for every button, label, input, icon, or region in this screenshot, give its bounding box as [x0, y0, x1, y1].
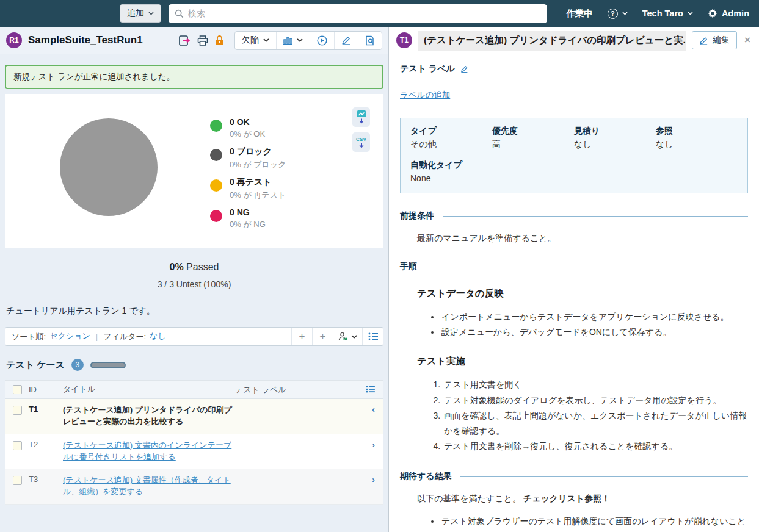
expected-heading: 期待する結果: [400, 471, 452, 482]
expected-list: テスト対象ブラウザーのテスト用解像度にて画面のレイアウトが崩れないこと 言語設定…: [440, 514, 748, 532]
ng-color-dot: [210, 210, 222, 222]
sort-value-link[interactable]: セクション: [49, 331, 90, 342]
success-alert-text: 新規テスト ランが正常に追加されました。: [13, 72, 175, 81]
list-item: テスト対象機能のダイアログを表示し、テストデータ用の設定を行う。: [443, 393, 748, 408]
case-title[interactable]: (テストケース追加) プリンタドライバの印刷プレビューと実際の出力を比較する: [63, 404, 235, 428]
filter-value-link[interactable]: なし: [150, 331, 166, 342]
case-detail-title: (テストケース追加) プリンタドライバの印刷プレビューと実...: [418, 31, 686, 51]
download-csv-button[interactable]: CSV: [352, 132, 370, 152]
legend-item-ng: 0 NG 0% が NG: [210, 207, 286, 230]
search-input[interactable]: [188, 9, 541, 18]
column-title: タイトル: [63, 384, 235, 395]
row-checkbox[interactable]: [13, 441, 22, 450]
attr-priority: 優先度 高: [492, 126, 574, 150]
edit-case-button[interactable]: 編集: [692, 31, 737, 49]
user-menu[interactable]: Tech Taro: [642, 9, 693, 18]
expected-section-header: 期待する結果: [400, 471, 748, 482]
list-item: 設定メニューから、デバッグモードをONにして保存する。: [440, 325, 748, 340]
run-header: R1 SampleSuite_TestRun1 欠陥: [0, 27, 388, 54]
csv-label: CSV: [356, 137, 366, 142]
legend-item-blocked: 0 ブロック 0% が ブロック: [210, 146, 286, 170]
row-checkbox[interactable]: [13, 406, 22, 415]
print-button[interactable]: [197, 35, 208, 46]
case-detail-header: T1 (テストケース追加) プリンタドライバの印刷プレビューと実... 編集 ×: [389, 27, 759, 54]
run-toolbar: 欠陥: [234, 31, 382, 50]
run-tests-button[interactable]: [310, 32, 334, 49]
table-row[interactable]: T3 (テストケース追加) 文書属性（作成者、タイトル、組織）を変更する ›: [5, 469, 383, 505]
collapse-chevron[interactable]: ‹: [365, 404, 383, 414]
preconditions-heading: 前提条件: [400, 210, 434, 221]
lock-button[interactable]: [215, 35, 224, 46]
chart-legend: 0 OK 0% が OK 0 ブロック 0% が ブロック 0 再テスト 0: [210, 117, 286, 248]
attr-type: タイプ その他: [410, 126, 492, 150]
list-item: テスト用文書を開く: [443, 377, 748, 392]
add-button-label: 追加: [127, 8, 144, 19]
download-chart-button[interactable]: [352, 107, 370, 127]
pencil-icon: [341, 35, 351, 45]
test-run-panel: R1 SampleSuite_TestRun1 欠陥: [0, 27, 389, 532]
ng-percent: 0% が NG: [230, 219, 266, 230]
expand-chevron[interactable]: ›: [365, 440, 383, 450]
legend-item-ok: 0 OK 0% が OK: [210, 117, 286, 140]
add-label-link[interactable]: ラベルの追加: [400, 90, 450, 101]
gear-icon: [708, 9, 717, 18]
steps-sub1-heading: テストデータの反映: [417, 287, 748, 300]
reports-dropdown[interactable]: [276, 32, 310, 49]
help-menu[interactable]: ?: [608, 9, 628, 19]
status-working[interactable]: 作業中: [566, 8, 593, 20]
chevron-down-icon: [263, 38, 269, 42]
table-columns-button[interactable]: [365, 385, 383, 395]
section-divider: [426, 267, 748, 267]
add-button[interactable]: 追加: [120, 4, 161, 23]
passed-summary: 0% Passed: [0, 262, 388, 273]
add-case-button[interactable]: +: [291, 328, 312, 345]
table-row[interactable]: T1 (テストケース追加) プリンタドライバの印刷プレビューと実際の出力を比較す…: [5, 399, 383, 434]
attr-references: 参照 なし: [656, 126, 738, 150]
columns-button[interactable]: [362, 328, 383, 345]
chevron-down-icon: [622, 12, 628, 15]
attr-estimate-label: 見積り: [574, 126, 656, 137]
columns-icon: [366, 386, 375, 393]
case-attributes-box: タイプ その他 優先度 高 見積り なし 参照 なし: [400, 118, 748, 193]
passed-percent: 0%: [170, 262, 184, 272]
case-title-link[interactable]: (テストケース追加) 文書内のインラインテーブルに番号付きリストを追加する: [63, 440, 235, 463]
edit-labels-icon[interactable]: [460, 65, 468, 73]
chart-image-icon: [357, 110, 366, 118]
add-section-button[interactable]: +: [312, 328, 333, 345]
expected-intro-text: 以下の基準を満たすこと。: [417, 494, 521, 503]
download-arrow-icon: [358, 143, 365, 148]
retest-percent: 0% が 再テスト: [230, 190, 286, 201]
test-labels-heading: テスト ラベル: [400, 63, 455, 74]
preconditions-section-header: 前提条件: [400, 210, 748, 221]
case-detail-body: テスト ラベル ラベルの追加 タイプ その他 優先度 高 見積り: [389, 54, 759, 532]
search-box[interactable]: [169, 4, 547, 23]
run-description: チュートリアル用テストラン 1 です。: [6, 306, 382, 317]
edit-run-button[interactable]: [334, 32, 358, 49]
row-checkbox[interactable]: [13, 476, 22, 485]
section-divider: [443, 216, 748, 217]
blocked-color-dot: [210, 149, 222, 161]
success-alert: 新規テスト ランが正常に追加されました。: [5, 65, 383, 89]
export-button[interactable]: [179, 35, 191, 46]
close-icon[interactable]: ×: [743, 34, 752, 46]
steps-sub2-heading: テスト実施: [417, 355, 748, 368]
case-title-link[interactable]: (テストケース追加) 文書属性（作成者、タイトル、組織）を変更する: [63, 475, 235, 498]
attr-automation: 自動化タイプ None: [410, 160, 738, 183]
assign-user-icon: [338, 332, 348, 341]
blocked-count: 0 ブロック: [230, 146, 286, 157]
chevron-down-icon: [148, 12, 154, 15]
printer-icon: [197, 35, 208, 46]
preview-button[interactable]: [358, 32, 382, 49]
defect-label: 欠陥: [242, 35, 259, 46]
select-all-checkbox[interactable]: [13, 385, 22, 394]
edit-case-label: 編集: [713, 35, 730, 46]
defect-dropdown[interactable]: 欠陥: [235, 32, 276, 49]
expand-chevron[interactable]: ›: [365, 475, 383, 484]
list-item: 画面を確認し、表記上問題がないか、エクスポートされたデータが正しい情報かを確認す…: [443, 408, 748, 439]
legend-item-retest: 0 再テスト 0% が 再テスト: [210, 177, 286, 201]
assign-dropdown[interactable]: [333, 328, 362, 345]
untest-summary: 3 / 3 Untest (100%): [0, 279, 388, 289]
steps-sub1-list: インポートメニューからテストデータをアプリケーションに反映させる。 設定メニュー…: [440, 309, 748, 340]
table-row[interactable]: T2 (テストケース追加) 文書内のインラインテーブルに番号付きリストを追加する…: [5, 434, 383, 470]
admin-menu[interactable]: Admin: [708, 9, 749, 18]
